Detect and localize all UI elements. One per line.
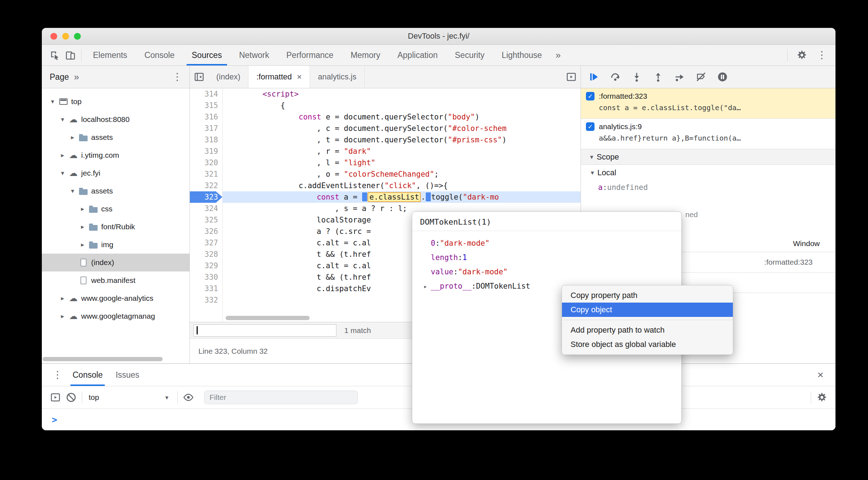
editor-tab-formatted[interactable]: :formatted ×	[248, 66, 310, 88]
editor-gutter[interactable]: 3143153163173183193203213223233243253263…	[190, 88, 223, 322]
tree-item-css[interactable]: ▸ css	[42, 200, 189, 218]
expand-arrow-icon[interactable]: ▸	[68, 133, 78, 141]
line-number[interactable]: 327	[190, 237, 222, 249]
property-row[interactable]: value"dark-mode"	[419, 265, 674, 279]
tab-sources[interactable]: Sources	[183, 45, 230, 65]
step-into-icon[interactable]	[630, 69, 644, 85]
editor-horizontal-scrollbar-thumb[interactable]	[226, 316, 310, 320]
tree-item-googletagmanager[interactable]: ▸ ☁ www.googletagmanag	[42, 307, 189, 325]
tree-item-ytimg[interactable]: ▸ ☁ i.ytimg.com	[42, 146, 189, 164]
breakpoint-entry[interactable]: ✓ analytics.js:9 a&&a.href}return a},B=f…	[581, 119, 835, 149]
menu-item-copy-object[interactable]: Copy object	[562, 303, 733, 317]
tab-console[interactable]: Console	[136, 45, 183, 65]
line-number[interactable]: 330	[190, 271, 222, 283]
expand-arrow-icon[interactable]: ▸	[78, 223, 88, 231]
tab-performance[interactable]: Performance	[278, 45, 342, 65]
expand-arrow-icon[interactable]: ▸	[78, 205, 88, 213]
tree-item-google-analytics[interactable]: ▸ ☁ www.google-analytics	[42, 289, 189, 307]
tab-lighthouse[interactable]: Lighthouse	[493, 45, 551, 65]
line-number[interactable]: 329	[190, 260, 222, 271]
line-number[interactable]: 319	[190, 146, 222, 157]
breakpoint-checkbox[interactable]: ✓	[586, 92, 595, 101]
menu-item-add-property-path-to-watch[interactable]: Add property path to watch	[562, 323, 733, 337]
console-sidebar-icon[interactable]	[48, 390, 63, 405]
more-tabs-icon[interactable]: »	[551, 50, 566, 61]
editor-tab-analytics[interactable]: analytics.js	[310, 66, 365, 88]
line-number[interactable]: 318	[190, 134, 222, 146]
line-number[interactable]: 314	[190, 88, 222, 100]
devtools-menu-kebab-icon[interactable]: ⋮	[813, 50, 830, 60]
line-number[interactable]: 323	[190, 191, 222, 203]
line-number[interactable]: 317	[190, 123, 222, 134]
step-icon[interactable]	[672, 69, 687, 85]
code-line[interactable]: , l = "light"	[223, 157, 581, 168]
toggle-debugger-sidebar-icon[interactable]	[562, 66, 581, 88]
close-window-button[interactable]	[50, 33, 57, 40]
clear-console-icon[interactable]	[63, 390, 79, 405]
settings-gear-icon[interactable]	[794, 47, 810, 63]
code-line[interactable]: <script>	[223, 88, 581, 100]
close-tab-icon[interactable]: ×	[297, 72, 302, 82]
step-out-icon[interactable]	[651, 69, 665, 85]
tab-network[interactable]: Network	[231, 45, 278, 65]
line-number[interactable]: 328	[190, 249, 222, 260]
expand-arrow-icon[interactable]: ▾	[58, 116, 68, 123]
line-number[interactable]: 315	[190, 100, 222, 111]
navigator-more-tabs-icon[interactable]: »	[69, 72, 84, 83]
scope-section-header[interactable]: ▾ Scope	[581, 149, 835, 165]
property-row[interactable]: 0"dark-mode"	[419, 236, 674, 250]
zoom-window-button[interactable]	[74, 33, 81, 40]
line-number[interactable]: 332	[190, 294, 222, 306]
tab-memory[interactable]: Memory	[342, 45, 389, 65]
search-input[interactable]	[193, 324, 336, 337]
code-line[interactable]: , o = "colorSchemeChanged";	[223, 168, 581, 180]
line-number[interactable]: 326	[190, 226, 222, 237]
expand-arrow-icon[interactable]: ▸	[58, 312, 68, 320]
tree-item-assets-jecfyi[interactable]: ▾ assets	[42, 182, 189, 200]
tree-item-font-rubik[interactable]: ▸ font/Rubik	[42, 218, 189, 236]
expand-arrow-icon[interactable]: ▸	[58, 294, 68, 302]
code-line[interactable]: const e = document.querySelector("body")	[223, 111, 581, 123]
breakpoint-checkbox[interactable]: ✓	[586, 122, 595, 131]
tree-item-web-manifest[interactable]: web.manifest	[42, 271, 189, 289]
menu-item-copy-property-path[interactable]: Copy property path	[562, 288, 733, 303]
resume-script-icon[interactable]	[587, 69, 601, 85]
tab-page[interactable]: Page	[42, 72, 69, 82]
breakpoint-entry[interactable]: ✓ :formatted:323 const a = e.classList.t…	[581, 88, 835, 119]
expand-arrow-icon[interactable]: ▾	[68, 187, 78, 195]
hide-navigator-icon[interactable]	[190, 66, 208, 88]
tree-item-jecfyi[interactable]: ▾ ☁ jec.fyi	[42, 164, 189, 182]
close-drawer-icon[interactable]: ×	[813, 367, 828, 383]
code-line[interactable]: , c = document.querySelector("#color-sch…	[223, 123, 581, 134]
expand-arrow-icon[interactable]: ▸	[58, 151, 68, 159]
tree-item-index[interactable]: (index)	[42, 254, 189, 271]
scope-local-row[interactable]: ▾ Local	[581, 165, 835, 181]
scope-variable-row[interactable]: a undefined	[581, 181, 835, 194]
expand-arrow-icon[interactable]: ▾	[48, 98, 58, 106]
line-number[interactable]: 316	[190, 111, 222, 123]
inspect-element-icon[interactable]	[47, 47, 63, 63]
line-number[interactable]: 321	[190, 168, 222, 180]
drawer-kebab-icon[interactable]: ⋮	[49, 370, 66, 380]
console-settings-gear-icon[interactable]	[814, 390, 830, 405]
console-filter-input[interactable]	[204, 391, 358, 404]
line-number[interactable]: 320	[190, 157, 222, 168]
line-number[interactable]: 331	[190, 283, 222, 294]
pause-on-exceptions-icon[interactable]	[715, 69, 730, 85]
navigator-kebab-icon[interactable]: ⋮	[169, 72, 186, 82]
step-over-icon[interactable]	[608, 69, 622, 85]
tree-item-img[interactable]: ▸ img	[42, 236, 189, 254]
minimize-window-button[interactable]	[62, 33, 69, 40]
code-line[interactable]: , r = "dark"	[223, 146, 581, 157]
expand-arrow-icon[interactable]: ▾	[58, 169, 68, 177]
tab-security[interactable]: Security	[446, 45, 493, 65]
line-number[interactable]: 325	[190, 214, 222, 226]
tab-elements[interactable]: Elements	[84, 45, 136, 65]
device-toolbar-icon[interactable]	[63, 47, 78, 63]
menu-item-store-object-as-global[interactable]: Store object as global variable	[562, 337, 733, 352]
code-line[interactable]: , t = document.querySelector("#prism-css…	[223, 134, 581, 146]
code-line[interactable]: c.addEventListener("click", ()=>{	[223, 180, 581, 191]
code-line[interactable]: {	[223, 100, 581, 111]
property-row[interactable]: length1	[419, 250, 674, 265]
tree-item-top[interactable]: ▾ top	[42, 93, 189, 111]
